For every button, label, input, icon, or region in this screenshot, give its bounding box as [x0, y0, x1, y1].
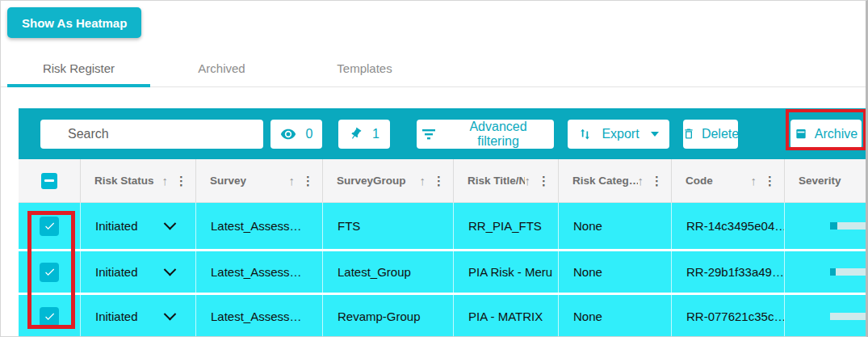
check-icon: [44, 220, 56, 232]
export-label: Export: [602, 127, 639, 141]
risk-status-cell: Initiated: [80, 203, 195, 249]
archive-label: Archive: [815, 127, 858, 141]
row-checkbox-checked[interactable]: [40, 307, 59, 326]
severity-cell: [784, 251, 866, 293]
sort-asc-icon[interactable]: ↑: [420, 174, 426, 187]
sort-arrows-icon: [578, 127, 592, 141]
column-menu-icon[interactable]: ⋮: [433, 174, 445, 188]
row-checkbox-checked[interactable]: [40, 217, 59, 236]
caret-down-icon: [651, 132, 659, 137]
table-row[interactable]: Initiated Latest_Assess… Latest_Group PI…: [19, 251, 866, 293]
column-menu-icon[interactable]: ⋮: [175, 174, 187, 188]
header-cell-risk-category: Risk Categ… ↑ ⋮: [558, 159, 671, 202]
severity-cell: [784, 295, 866, 337]
survey-group-cell: FTS: [322, 203, 453, 249]
row-select-cell: [19, 295, 80, 337]
row-select-cell: [19, 203, 80, 249]
risk-category-cell: None: [558, 251, 671, 293]
header-cell-risk-status: Risk Status ↑ ⋮: [80, 159, 195, 202]
tab-bar: Risk Register Archived Templates: [7, 50, 436, 86]
chevron-down-icon[interactable]: [164, 263, 177, 276]
header-cell-risk-title: Risk Title/N… ↑ ⋮: [453, 159, 558, 202]
indeterminate-minus-icon: [44, 179, 54, 182]
tab-archived[interactable]: Archived: [150, 50, 293, 86]
risk-status-value: Initiated: [95, 265, 138, 279]
advanced-filtering-button[interactable]: Advanced filtering: [417, 120, 554, 149]
table-body: Initiated Latest_Assess… FTS RR_PIA_FTS …: [19, 203, 866, 337]
severity-fill: [830, 222, 837, 230]
risk-title-cell: PIA - MATRIX: [453, 295, 558, 337]
chevron-down-icon[interactable]: [164, 217, 177, 230]
survey-cell: Latest_Assess…: [195, 203, 322, 249]
risk-category-cell: None: [558, 203, 671, 249]
severity-bar: [830, 313, 866, 320]
risk-status-value: Initiated: [95, 219, 138, 233]
sort-asc-icon[interactable]: ↑: [289, 174, 296, 187]
survey-cell: Latest_Assess…: [195, 251, 322, 293]
row-checkbox-checked[interactable]: [40, 263, 59, 282]
table-toolbar: 0 1 Advanced filtering: [19, 108, 866, 159]
trash-icon: [682, 127, 695, 141]
column-menu-icon[interactable]: ⋮: [538, 174, 550, 188]
risk-title-cell: PIA Risk - Meru: [453, 251, 558, 293]
chevron-down-icon[interactable]: [164, 308, 177, 321]
survey-group-cell: Revamp-Group: [322, 295, 453, 337]
pinned-filter-button[interactable]: 1: [338, 120, 390, 149]
row-select-cell: [19, 251, 80, 293]
table-header-row: Risk Status ↑ ⋮ Survey ↑ ⋮ SurveyGroup ↑…: [19, 159, 866, 203]
column-menu-icon[interactable]: ⋮: [651, 174, 663, 188]
sort-asc-icon[interactable]: ↑: [162, 174, 169, 187]
header-cell-code: Code ↑ ⋮: [671, 159, 784, 202]
risk-status-cell: Initiated: [80, 295, 195, 337]
pinned-count: 1: [372, 127, 379, 141]
delete-button[interactable]: Delete: [683, 120, 738, 149]
survey-cell: Latest_Assess…: [195, 295, 322, 337]
sort-asc-icon[interactable]: ↑: [525, 174, 531, 187]
search-input[interactable]: [40, 120, 263, 149]
risk-status-cell: Initiated: [80, 251, 195, 293]
severity-cell: [784, 203, 866, 249]
table-row[interactable]: Initiated Latest_Assess… FTS RR_PIA_FTS …: [19, 203, 866, 249]
delete-label: Delete: [702, 127, 739, 141]
eye-icon: [280, 126, 296, 142]
table-row[interactable]: Initiated Latest_Assess… Revamp-Group PI…: [19, 295, 866, 337]
active-tab-indicator: [7, 84, 150, 87]
header-cell-survey: Survey ↑ ⋮: [195, 159, 322, 202]
sort-asc-icon[interactable]: ↑: [751, 174, 757, 187]
check-icon: [44, 266, 56, 278]
survey-group-cell: Latest_Group: [322, 251, 453, 293]
advanced-filtering-label: Advanced filtering: [447, 120, 549, 149]
check-icon: [44, 310, 56, 322]
visibility-filter-button[interactable]: 0: [270, 120, 322, 149]
sort-asc-icon[interactable]: ↑: [638, 174, 644, 187]
header-cell-severity: Severity: [784, 159, 866, 202]
risk-title-cell: RR_PIA_FTS: [453, 203, 558, 249]
visibility-count: 0: [306, 127, 313, 141]
header-cell-select-all: [19, 159, 80, 202]
column-menu-icon[interactable]: ⋮: [302, 174, 314, 188]
code-cell: RR-29b1f33a49…: [671, 251, 784, 293]
export-button[interactable]: Export: [568, 120, 669, 149]
header-cell-survey-group: SurveyGroup ↑ ⋮: [322, 159, 453, 202]
archive-icon: [795, 128, 807, 140]
show-as-heatmap-button[interactable]: Show As Heatmap: [7, 7, 141, 38]
pin-icon: [346, 124, 366, 144]
risk-register-page: Show As Heatmap Risk Register Archived T…: [0, 0, 868, 337]
tab-risk-register[interactable]: Risk Register: [7, 50, 150, 86]
column-menu-icon[interactable]: ⋮: [764, 174, 776, 188]
severity-fill: [830, 268, 836, 276]
filter-icon: [421, 128, 436, 140]
risk-category-cell: None: [558, 295, 671, 337]
code-cell: RR-077621c35c…: [671, 295, 784, 337]
archive-button[interactable]: Archive: [790, 120, 862, 149]
risk-status-value: Initiated: [95, 310, 138, 323]
select-all-checkbox[interactable]: [41, 173, 57, 189]
code-cell: RR-14c3495e04…: [671, 203, 784, 249]
severity-bar: [830, 268, 866, 276]
tab-templates[interactable]: Templates: [293, 50, 436, 86]
severity-bar: [830, 222, 866, 230]
